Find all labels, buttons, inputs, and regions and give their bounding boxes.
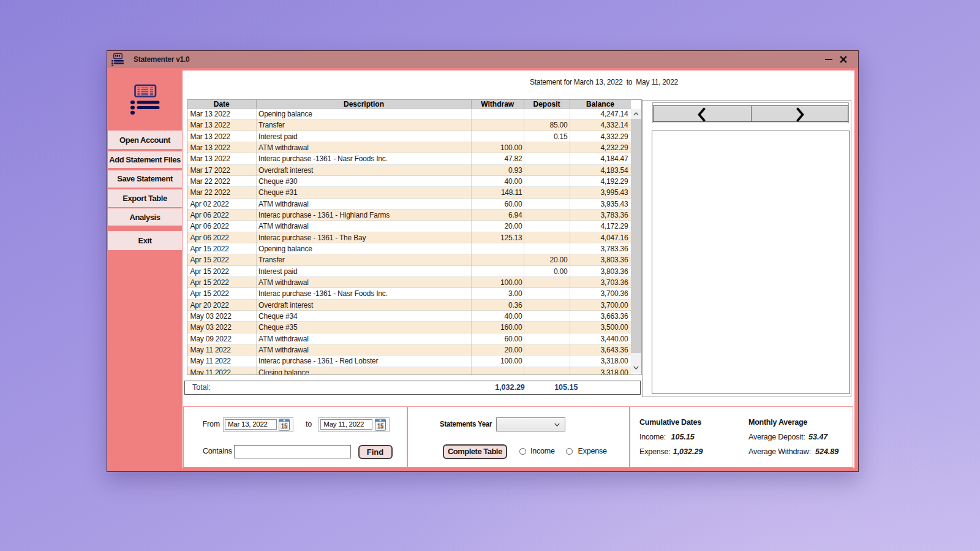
svg-text:15: 15 bbox=[281, 422, 287, 429]
svg-text:15: 15 bbox=[377, 422, 383, 429]
